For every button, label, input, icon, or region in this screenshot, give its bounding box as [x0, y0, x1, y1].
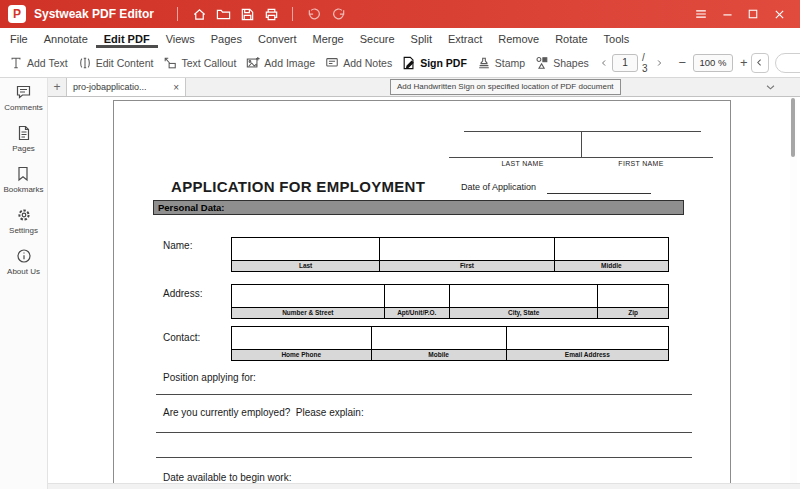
tab-close-icon[interactable]: × — [169, 82, 179, 93]
folder-icon — [216, 7, 231, 22]
menu-remove[interactable]: Remove — [490, 28, 547, 48]
divider — [292, 7, 293, 21]
menu-tools[interactable]: Tools — [596, 28, 638, 48]
add-tab-button[interactable]: + — [48, 78, 66, 96]
edit-content-button[interactable]: Edit Content — [73, 48, 159, 77]
text-callout-label: Text Callout — [181, 57, 236, 69]
vertical-scrollbar-thumb[interactable] — [791, 98, 795, 157]
col-label-city-state: City, State — [450, 308, 598, 318]
home-button[interactable] — [187, 2, 211, 26]
minimize-icon — [721, 8, 734, 21]
pdf-page[interactable]: LAST NAME FIRST NAME APPLICATION FOR EMP… — [113, 100, 731, 489]
edit-content-icon — [78, 56, 92, 70]
save-button[interactable] — [235, 2, 259, 26]
add-text-button[interactable]: Add Text — [4, 48, 73, 77]
page-number-input[interactable] — [612, 54, 638, 72]
redo-icon — [331, 7, 346, 22]
menu-annotate[interactable]: Annotate — [36, 28, 96, 48]
chevron-left-icon — [755, 57, 764, 68]
add-text-icon — [9, 56, 23, 70]
zoom-level[interactable]: 100 % — [693, 54, 733, 72]
question-position: Position applying for: — [163, 372, 256, 383]
hamburger-menu-icon — [694, 7, 708, 21]
redo-button[interactable] — [326, 2, 350, 26]
undo-button[interactable] — [302, 2, 326, 26]
sidebar-item-bookmarks[interactable]: Bookmarks — [3, 166, 43, 194]
add-image-label: Add Image — [264, 57, 315, 69]
search-box[interactable] — [775, 53, 800, 73]
sidebar-item-pages[interactable]: Pages — [12, 125, 35, 153]
sidebar-item-settings[interactable]: Settings — [9, 207, 38, 235]
first-name-label: FIRST NAME — [582, 160, 700, 167]
collapse-toolbar-button[interactable] — [765, 82, 776, 93]
menu-merge[interactable]: Merge — [305, 28, 352, 48]
zoom-controls: − 100 % + — [675, 54, 750, 72]
maximize-icon — [747, 8, 759, 20]
app-logo-icon: P — [8, 5, 26, 23]
personal-data-header: Personal Data: — [153, 200, 684, 215]
shapes-button[interactable]: Shapes — [530, 48, 594, 77]
col-label-apt: Apt/Unit/P.O. — [385, 308, 450, 318]
sidebar-item-about-us[interactable]: About Us — [7, 248, 40, 276]
print-button[interactable] — [259, 2, 283, 26]
name-box-divider — [581, 131, 582, 158]
toolbar: Add Text Edit Content Text Callout Add I… — [0, 48, 800, 78]
edit-content-label: Edit Content — [96, 57, 154, 69]
name-box-top-line — [464, 131, 701, 132]
search-input[interactable] — [781, 58, 800, 68]
menu-edit-pdf[interactable]: Edit PDF — [96, 28, 158, 48]
document-tab[interactable]: pro-jobapplicatio... × — [66, 78, 186, 96]
sign-pdf-button[interactable]: Sign PDF — [397, 48, 472, 77]
window-menu-button[interactable] — [688, 2, 714, 26]
form-field-last — [232, 238, 380, 260]
sidebar-label-about-us: About Us — [7, 267, 40, 276]
text-callout-button[interactable]: Text Callout — [158, 48, 241, 77]
last-name-label: LAST NAME — [464, 160, 581, 167]
menu-views[interactable]: Views — [158, 28, 203, 48]
sidebar-label-settings: Settings — [9, 226, 38, 235]
form-title: APPLICATION FOR EMPLOYMENT — [171, 178, 425, 195]
form-field-apt — [385, 285, 450, 307]
add-image-button[interactable]: Add Image — [241, 48, 320, 77]
menu-file[interactable]: File — [2, 28, 36, 48]
horizontal-scrollbar[interactable] — [48, 483, 800, 489]
add-notes-button[interactable]: Add Notes — [320, 48, 397, 77]
menu-pages[interactable]: Pages — [203, 28, 250, 48]
zoom-out-button[interactable]: − — [675, 55, 689, 70]
next-page-button[interactable] — [655, 57, 663, 69]
col-label-home-phone: Home Phone — [232, 350, 372, 360]
sign-pdf-tooltip: Add Handwritten Sign on specified locati… — [390, 79, 621, 95]
open-file-button[interactable] — [211, 2, 235, 26]
close-button[interactable] — [766, 2, 792, 26]
menu-convert[interactable]: Convert — [250, 28, 305, 48]
bookmark-icon — [15, 166, 31, 182]
address-label: Address: — [163, 288, 202, 299]
sidebar-item-comments[interactable]: Comments — [4, 84, 43, 112]
menu-extract[interactable]: Extract — [440, 28, 490, 48]
info-icon — [16, 248, 32, 264]
previous-page-button[interactable] — [600, 57, 608, 69]
menu-rotate[interactable]: Rotate — [547, 28, 595, 48]
sign-pdf-icon — [402, 56, 416, 70]
date-underline — [547, 193, 651, 194]
form-field-city-state — [450, 285, 598, 307]
maximize-button[interactable] — [740, 2, 766, 26]
sidebar-label-pages: Pages — [12, 144, 35, 153]
form-field-mobile — [372, 327, 507, 349]
add-notes-icon — [325, 56, 339, 70]
shapes-icon — [535, 56, 549, 70]
chevron-left-button[interactable] — [751, 53, 769, 73]
answer-line — [156, 394, 692, 395]
shapes-label: Shapes — [553, 57, 589, 69]
menu-split[interactable]: Split — [403, 28, 440, 48]
left-sidebar: Comments Pages Bookmarks Settings About … — [0, 78, 48, 489]
save-icon — [240, 7, 255, 22]
gear-icon — [16, 207, 32, 223]
col-label-street: Number & Street — [232, 308, 385, 318]
menu-secure[interactable]: Secure — [352, 28, 403, 48]
zoom-in-button[interactable]: + — [737, 55, 751, 70]
minimize-button[interactable] — [714, 2, 740, 26]
pages-icon — [16, 125, 32, 141]
col-label-mobile: Mobile — [372, 350, 507, 360]
stamp-button[interactable]: Stamp — [472, 48, 530, 77]
